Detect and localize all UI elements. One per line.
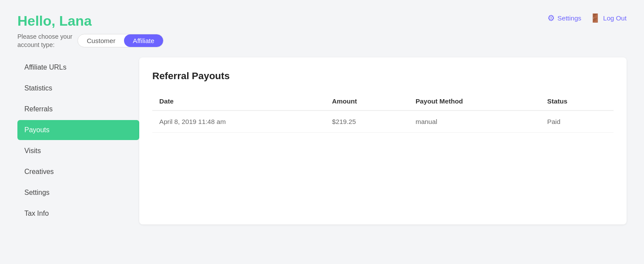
sidebar-item-payouts[interactable]: Payouts: [17, 120, 139, 140]
col-date: Date: [152, 92, 325, 110]
logout-icon: 🚪: [590, 13, 600, 23]
sidebar-item-referrals[interactable]: Referrals: [17, 99, 139, 119]
sidebar-item-visits[interactable]: Visits: [17, 141, 139, 161]
account-type-toggle: Customer Affiliate: [77, 34, 163, 47]
gear-icon: ⚙: [547, 13, 555, 23]
sidebar-item-affiliate-urls[interactable]: Affiliate URLs: [17, 57, 139, 77]
table-row: April 8, 2019 11:48 am $219.25 manual Pa…: [152, 110, 614, 133]
col-amount: Amount: [325, 92, 409, 110]
greeting-text: Hello,: [17, 13, 59, 29]
payouts-table: Date Amount Payout Method Status April 8…: [152, 92, 614, 133]
cell-date: April 8, 2019 11:48 am: [152, 110, 325, 133]
header: Hello, Lana Please choose your account t…: [17, 13, 627, 49]
sidebar: Affiliate URLsStatisticsReferralsPayouts…: [17, 57, 139, 224]
sidebar-item-statistics[interactable]: Statistics: [17, 78, 139, 98]
logout-link[interactable]: 🚪 Log Out: [590, 13, 627, 23]
greeting-heading: Hello, Lana: [17, 13, 164, 29]
main-content: Affiliate URLsStatisticsReferralsPayouts…: [17, 57, 627, 224]
sidebar-item-creatives[interactable]: Creatives: [17, 162, 139, 182]
header-left: Hello, Lana Please choose your account t…: [17, 13, 164, 49]
cell-status: Paid: [540, 110, 614, 133]
section-title: Referral Payouts: [152, 70, 614, 82]
content-area: Referral Payouts Date Amount Payout Meth…: [139, 57, 627, 224]
col-payout-method: Payout Method: [409, 92, 540, 110]
sidebar-item-tax-info[interactable]: Tax Info: [17, 204, 139, 224]
cell-amount: $219.25: [325, 110, 409, 133]
table-header-row: Date Amount Payout Method Status: [152, 92, 614, 110]
sidebar-item-settings[interactable]: Settings: [17, 183, 139, 203]
account-type-row: Please choose your account type: Custome…: [17, 33, 164, 49]
table-body: April 8, 2019 11:48 am $219.25 manual Pa…: [152, 110, 614, 133]
table-header: Date Amount Payout Method Status: [152, 92, 614, 110]
col-status: Status: [540, 92, 614, 110]
affiliate-tab[interactable]: Affiliate: [124, 34, 163, 47]
customer-tab[interactable]: Customer: [78, 34, 124, 47]
logout-label: Log Out: [603, 14, 627, 22]
settings-label: Settings: [557, 14, 581, 22]
settings-link[interactable]: ⚙ Settings: [547, 13, 581, 23]
header-right: ⚙ Settings 🚪 Log Out: [547, 13, 627, 23]
username-text: Lana: [59, 13, 92, 29]
cell-payout-method: manual: [409, 110, 540, 133]
account-type-label: Please choose your account type:: [17, 33, 72, 49]
